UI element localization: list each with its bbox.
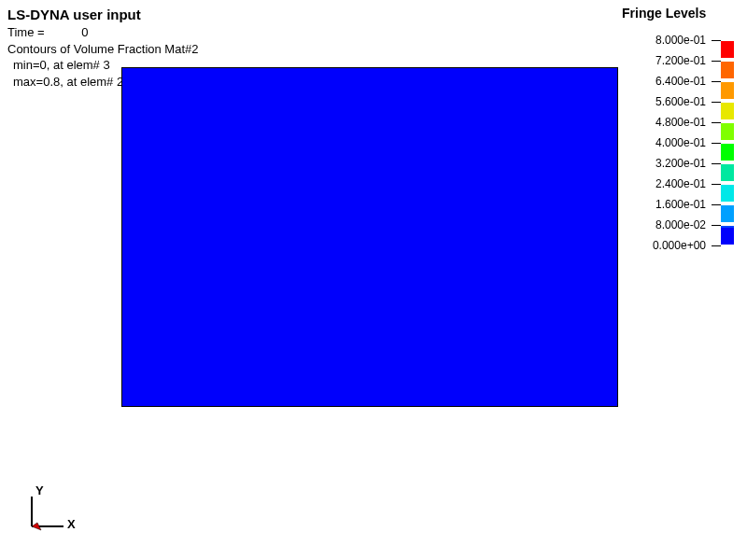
fringe-swatch [721,228,734,245]
fringe-tick [712,40,721,41]
fringe-tick [712,204,721,205]
fringe-value: 6.400e-01 [622,75,712,88]
fringe-swatch [721,164,734,181]
y-axis-label: Y [35,483,44,497]
contour-plot [121,67,618,407]
fringe-tick [712,122,721,123]
fringe-tick [712,245,721,246]
fringe-swatch [721,144,734,161]
fringe-value: 7.200e-01 [622,54,712,67]
axis-triad: Y X [24,489,80,538]
fringe-value: 0.000e+00 [622,239,712,252]
fringe-swatch [721,62,734,78]
fringe-row: 1.600e-01 [622,194,734,215]
time-line: Time = 0 [7,24,199,41]
fringe-value: 1.600e-01 [622,198,712,211]
time-label: Time = [7,25,45,39]
fringe-swatch [721,123,734,140]
fringe-value: 2.400e-01 [622,177,712,190]
fringe-value: 3.200e-01 [622,157,712,170]
fringe-value: 5.600e-01 [622,95,712,108]
fringe-row: 6.400e-01 [622,71,734,91]
x-axis-label: X [67,517,76,531]
fringe-swatch [721,185,734,202]
title: LS-DYNA user input [7,6,199,24]
fringe-value: 8.000e-02 [622,218,712,231]
fringe-tick [712,163,721,164]
fringe-row: 2.400e-01 [622,174,734,194]
fringe-value: 8.000e-01 [622,34,712,47]
fringe-value: 4.800e-01 [622,116,712,129]
fringe-legend: Fringe Levels 8.000e-017.200e-016.400e-0… [622,6,734,256]
fringe-tick [712,225,721,226]
fringe-row: 4.000e-01 [622,133,734,153]
fringe-swatch [721,205,734,222]
fringe-row: 3.200e-01 [622,153,734,174]
fringe-value: 4.000e-01 [622,136,712,149]
fringe-tick [712,61,721,62]
fringe-title: Fringe Levels [622,6,734,21]
fringe-row: 7.200e-01 [622,50,734,71]
fringe-swatch [721,82,734,99]
fringe-tick [712,81,721,82]
fringe-swatch [721,41,734,58]
fringe-row: 4.800e-01 [622,112,734,133]
fringe-row: 8.000e-02 [622,215,734,235]
contour-line: Contours of Volume Fraction Mat#2 [7,41,199,58]
fringe-row: 5.600e-01 [622,91,734,112]
fringe-row: 8.000e-01 [622,30,734,50]
fringe-tick [712,143,721,144]
fringe-tick [712,184,721,185]
fringe-swatch [721,103,734,119]
fringe-row: 0.000e+00 [622,235,734,256]
time-value: 0 [81,25,88,39]
fringe-tick [712,102,721,103]
